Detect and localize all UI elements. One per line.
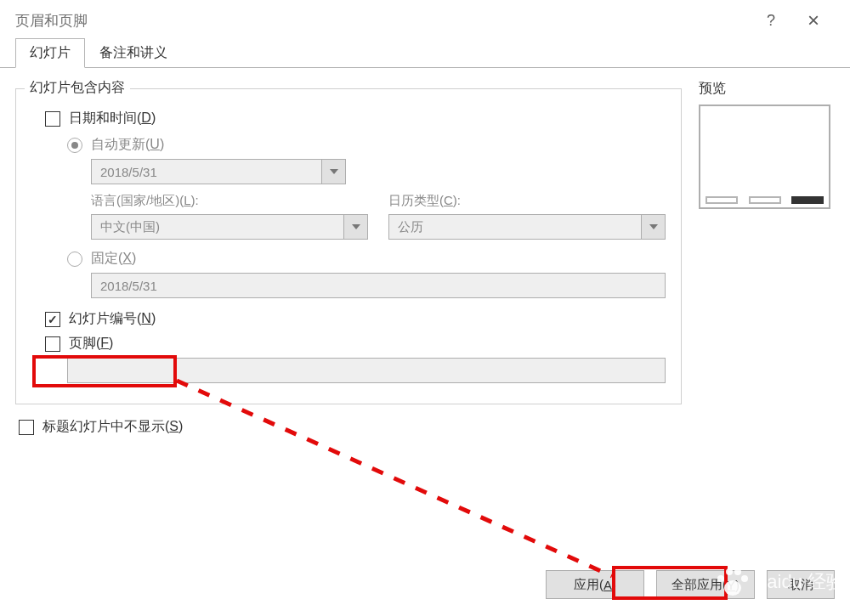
label-language: 语言(国家/地区)(L): [91, 193, 368, 209]
dropdown-calendar-type[interactable]: 公历 [388, 214, 666, 240]
preview-placeholder-slidenumber [791, 196, 824, 204]
checkbox-datetime[interactable] [45, 111, 60, 127]
label-auto-update: 自动更新(U) [91, 136, 164, 154]
chevron-down-icon [641, 215, 665, 239]
preview-placeholder-footer [749, 196, 781, 204]
checkbox-footer[interactable] [45, 336, 60, 352]
chevron-down-icon [321, 160, 345, 184]
label-preview: 预览 [699, 80, 835, 98]
label-calendar-type: 日历类型(C): [388, 193, 666, 209]
label-footer: 页脚(F) [69, 335, 113, 353]
checkbox-slide-number[interactable] [45, 312, 60, 327]
watermark: Baidu 经验 [716, 567, 845, 597]
tab-notes-handouts[interactable]: 备注和讲义 [85, 38, 182, 68]
paw-icon [716, 567, 750, 597]
titlebar: 页眉和页脚 ? × [0, 0, 850, 41]
label-datetime: 日期和时间(D) [69, 110, 156, 127]
label-fixed: 固定(X) [91, 250, 136, 268]
close-button[interactable]: × [792, 0, 835, 41]
dropdown-date-format[interactable]: 2018/5/31 [91, 159, 346, 184]
help-button[interactable]: ? [750, 0, 792, 41]
checkbox-dont-show-title[interactable] [19, 420, 34, 435]
label-dont-show-title: 标题幻灯片中不显示(S) [42, 418, 183, 436]
fieldset-legend: 幻灯片包含内容 [25, 79, 130, 97]
chevron-down-icon [343, 215, 367, 239]
preview-placeholder-date [706, 196, 738, 204]
label-slide-number: 幻灯片编号(N) [69, 310, 156, 328]
window-title: 页眉和页脚 [15, 11, 88, 31]
radio-auto-update[interactable] [67, 138, 82, 153]
input-fixed-date[interactable]: 2018/5/31 [91, 273, 666, 298]
dialog-window: 页眉和页脚 ? × 幻灯片 备注和讲义 幻灯片包含内容 日期和时间(D) [0, 0, 850, 616]
apply-button[interactable]: 应用(A) [546, 570, 644, 599]
radio-fixed[interactable] [67, 251, 82, 267]
slide-content-fieldset: 幻灯片包含内容 日期和时间(D) 自动更新(U) [15, 88, 682, 404]
tab-strip: 幻灯片 备注和讲义 [0, 41, 850, 68]
tab-slide[interactable]: 幻灯片 [15, 38, 85, 68]
input-footer-text[interactable] [67, 358, 666, 383]
dropdown-language[interactable]: 中文(中国) [91, 214, 368, 240]
preview-thumbnail [699, 105, 830, 209]
